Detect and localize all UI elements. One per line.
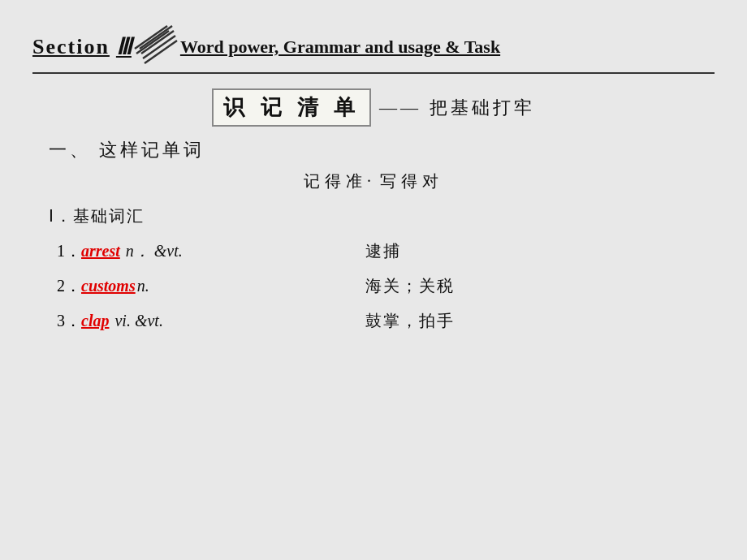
vocab-num-2: 2． <box>57 275 81 297</box>
vocab-num-1: 1． <box>57 240 81 262</box>
sub-title: 记得准· 写得对 <box>32 170 715 192</box>
vocab-section-title: Ⅰ．基础词汇 <box>49 205 715 227</box>
section-one-label: 一、 这样记单词 <box>49 138 715 162</box>
recognize-box: 识 记 清 单 <box>212 88 371 127</box>
recognize-text: 识 记 清 单 <box>223 95 360 119</box>
vocab-word-1: arrest <box>81 242 120 261</box>
vocab-left-1: 1． arrest n． &vt. <box>57 240 365 262</box>
vocab-num-3: 3． <box>57 310 81 332</box>
vocab-left-2: 2． customs n. <box>57 275 365 297</box>
page-title: Word power, Grammar and usage & Task <box>180 37 500 58</box>
vocab-pos-1: n． &vt. <box>122 240 183 262</box>
vocab-word-3: clap <box>81 312 109 330</box>
vocab-item-1: 1． arrest n． &vt. 逮捕 <box>32 240 715 262</box>
vocab-meaning-3: 鼓掌，拍手 <box>365 310 455 332</box>
vocab-meaning-1: 逮捕 <box>365 240 401 262</box>
vocab-meaning-2: 海关；关税 <box>365 275 455 297</box>
vocab-left-3: 3． clap vi. &vt. <box>57 310 365 332</box>
sub-title-text: 记得准· 写得对 <box>304 172 443 190</box>
svg-line-0 <box>140 26 172 49</box>
vocab-pos-2: n. <box>137 277 149 295</box>
header: Section Ⅲ Word power, Grammar and usage … <box>32 24 715 74</box>
recognize-section: 识 记 清 单 —— 把基础打牢 <box>32 88 715 127</box>
vocab-item-2: 2． customs n. 海关；关税 <box>32 275 715 297</box>
diagonal-lines-icon <box>132 24 180 69</box>
recognize-subtitle: —— 把基础打牢 <box>379 96 535 120</box>
section-num: Ⅲ <box>116 33 132 60</box>
vocab-item-3: 3． clap vi. &vt. 鼓掌，拍手 <box>32 310 715 332</box>
svg-line-1 <box>141 31 174 54</box>
vocab-pos-3: vi. &vt. <box>110 312 162 330</box>
vocab-word-2: customs <box>81 277 136 295</box>
section-label: Section <box>32 35 110 59</box>
page: Section Ⅲ Word power, Grammar and usage … <box>0 0 747 560</box>
